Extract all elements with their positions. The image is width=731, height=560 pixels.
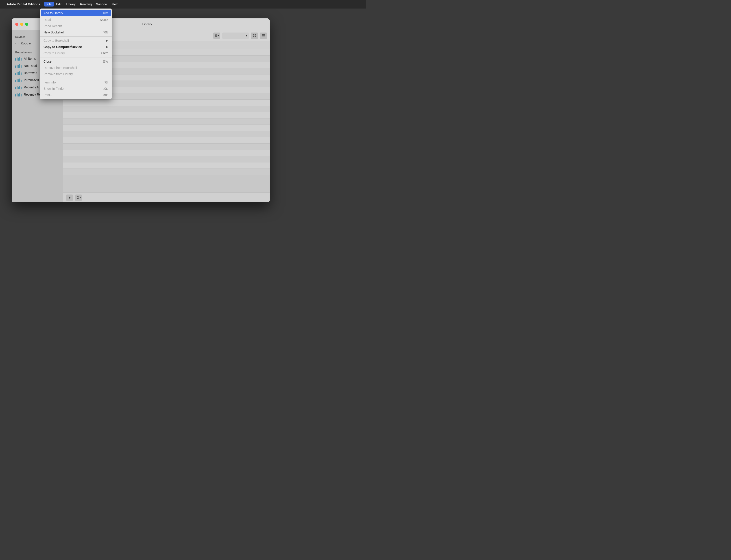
menu-help[interactable]: Help xyxy=(110,2,121,7)
chevron-down-icon: ▾ xyxy=(218,34,219,37)
add-to-library-shortcut: ⌘O xyxy=(103,11,108,15)
books-icon-recently-read xyxy=(15,92,22,96)
borrowed-label: Borrowed xyxy=(24,71,37,75)
menu-show-in-finder: Show In Finder ⌘E xyxy=(40,85,112,92)
books-icon-not-read xyxy=(15,64,22,68)
minimize-button[interactable] xyxy=(20,23,23,26)
menu-add-to-library[interactable]: Add to Library ⌘O xyxy=(41,10,111,16)
list-view-icon xyxy=(262,34,265,37)
copy-to-device-label: Copy to Computer/Device xyxy=(44,45,82,49)
bookshelf-gear-icon: ⚙ xyxy=(77,195,80,200)
dropdown-arrow-icon: ▾ xyxy=(246,34,247,37)
menu-copy-to-library: Copy to Library ⇧⌘O xyxy=(40,50,112,56)
not-read-label: Not Read xyxy=(24,64,37,68)
list-row xyxy=(63,100,270,106)
list-row xyxy=(63,125,270,131)
svg-rect-3 xyxy=(255,36,256,37)
svg-rect-6 xyxy=(262,37,265,37)
add-bookshelf-button[interactable]: + xyxy=(66,195,73,201)
all-items-label: All Items xyxy=(24,57,36,60)
close-label: Close xyxy=(44,60,52,63)
traffic-lights xyxy=(15,23,28,26)
menu-file[interactable]: File xyxy=(44,2,54,7)
list-row xyxy=(63,150,270,156)
list-row xyxy=(63,169,270,175)
maximize-button[interactable] xyxy=(25,23,28,26)
svg-rect-0 xyxy=(253,34,254,35)
new-bookshelf-shortcut: ⌘N xyxy=(103,31,108,34)
app-name: Adobe Digital Editions xyxy=(7,2,40,6)
bookshelf-chevron-icon: ▾ xyxy=(80,196,81,199)
svg-rect-4 xyxy=(262,34,265,35)
remove-from-library-label: Remove from Library xyxy=(44,72,73,76)
menu-library[interactable]: Library xyxy=(64,2,78,7)
menu-copy-to-device[interactable]: Copy to Computer/Device ▶ xyxy=(40,44,112,50)
list-row xyxy=(63,131,270,137)
read-label: Read xyxy=(44,18,51,22)
menu-edit[interactable]: Edit xyxy=(54,2,64,7)
menu-divider-3 xyxy=(40,78,112,78)
copy-to-library-shortcut: ⇧⌘O xyxy=(101,52,108,55)
list-row xyxy=(63,112,270,118)
show-in-finder-label: Show In Finder xyxy=(44,87,65,90)
menubar: Adobe Digital Editions File Edit Library… xyxy=(0,0,366,9)
print-shortcut: ⌘P xyxy=(103,93,108,97)
books-icon-all xyxy=(15,57,22,61)
new-bookshelf-label: New Bookshelf xyxy=(44,31,64,34)
menu-reading[interactable]: Reading xyxy=(78,2,94,7)
read-recent-label: Read Recent xyxy=(44,24,62,28)
item-info-label: Item Info xyxy=(44,81,56,84)
close-button[interactable] xyxy=(15,23,18,26)
read-shortcut: Space xyxy=(100,18,108,22)
menu-new-bookshelf[interactable]: New Bookshelf ⌘N xyxy=(40,29,112,35)
list-view-button[interactable] xyxy=(260,33,267,39)
close-shortcut: ⌘W xyxy=(103,60,108,63)
purchased-label: Purchased xyxy=(24,78,39,82)
menu-print: Print... ⌘P xyxy=(40,92,112,98)
sort-dropdown[interactable]: ▾ xyxy=(222,33,249,39)
menu-window[interactable]: Window xyxy=(94,2,110,7)
bookshelf-toolbar: + ⚙ ▾ xyxy=(63,193,270,202)
add-to-library-label: Add to Library xyxy=(44,11,63,15)
books-icon-recently-added xyxy=(15,85,22,89)
menu-close[interactable]: Close ⌘W xyxy=(40,58,112,65)
list-row xyxy=(63,144,270,150)
list-row xyxy=(63,156,270,162)
copy-to-library-label: Copy to Library xyxy=(44,51,65,55)
svg-rect-5 xyxy=(262,35,265,36)
submenu-arrow-device-icon: ▶ xyxy=(106,45,108,48)
list-row xyxy=(63,118,270,125)
grid-view-button[interactable] xyxy=(251,33,258,39)
submenu-arrow-icon: ▶ xyxy=(106,39,108,42)
device-label: Kobo e... xyxy=(21,42,33,45)
list-row xyxy=(63,162,270,169)
menu-read-recent: Read Recent xyxy=(40,23,112,29)
bookshelf-settings-button[interactable]: ⚙ ▾ xyxy=(75,195,82,201)
menu-copy-to-bookshelf: Copy to Bookshelf ▶ xyxy=(40,37,112,44)
print-label: Print... xyxy=(44,93,53,97)
menu-item-info: Item Info ⌘I xyxy=(40,79,112,85)
svg-rect-2 xyxy=(253,36,254,37)
show-in-finder-shortcut: ⌘E xyxy=(103,87,108,90)
menu-remove-from-library: Remove from Library xyxy=(40,71,112,77)
books-icon-borrowed xyxy=(15,71,22,75)
item-info-shortcut: ⌘I xyxy=(104,81,108,84)
books-icon-purchased xyxy=(15,78,22,82)
remove-from-bookshelf-label: Remove from Bookshelf xyxy=(44,66,77,70)
copy-to-bookshelf-label: Copy to Bookshelf xyxy=(44,39,69,42)
add-icon: + xyxy=(68,196,70,200)
menu-remove-from-bookshelf: Remove from Bookshelf xyxy=(40,65,112,71)
menu-divider-1 xyxy=(40,36,112,37)
settings-gear-button[interactable]: ⚙ ▾ xyxy=(213,33,220,39)
device-icon: ▭ xyxy=(15,41,19,45)
gear-icon: ⚙ xyxy=(215,33,218,38)
grid-view-icon xyxy=(253,34,256,37)
file-dropdown-menu[interactable]: Add to Library ⌘O Read Space Read Recent… xyxy=(40,9,112,99)
list-row xyxy=(63,106,270,112)
list-row xyxy=(63,137,270,144)
svg-rect-1 xyxy=(255,34,256,35)
menu-read: Read Space xyxy=(40,17,112,23)
